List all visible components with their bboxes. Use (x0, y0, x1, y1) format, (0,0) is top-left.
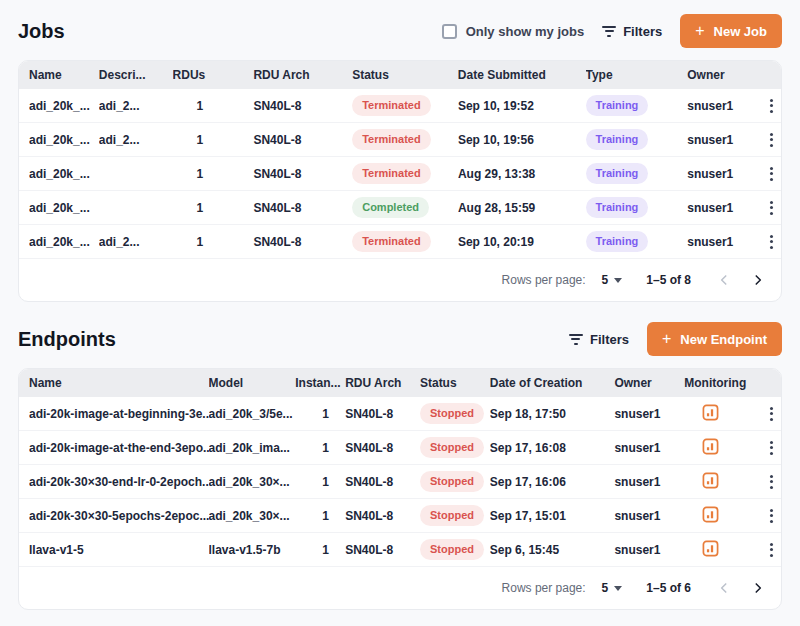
previous-page-button[interactable] (717, 581, 731, 595)
column-header-owner: Owner (687, 68, 761, 82)
job-row[interactable]: adi_20k_... 1 SN40L-8 Completed Aug 28, … (19, 191, 781, 225)
endpoint-status-cell: Stopped (420, 437, 490, 458)
endpoint-model: adi_20k_3/5e... (209, 407, 296, 421)
job-date-submitted: Aug 28, 15:59 (458, 201, 586, 215)
endpoint-row[interactable]: adi-20k-30×30-end-lr-0-2epoch... adi_20k… (19, 465, 781, 499)
job-rdus: 1 (173, 201, 254, 215)
row-menu-icon[interactable] (767, 164, 776, 184)
row-menu-icon[interactable] (767, 198, 776, 218)
column-header-rdus: RDUs (173, 68, 254, 82)
jobs-filters-button[interactable]: Filters (602, 24, 662, 39)
endpoint-name: adi-20k-30×30-5epochs-2epoc... (29, 509, 209, 523)
type-badge: Training (586, 129, 649, 150)
row-menu-icon[interactable] (767, 232, 776, 252)
pagination-range: 1–5 of 6 (646, 581, 691, 595)
job-date-submitted: Aug 29, 13:38 (458, 167, 586, 181)
job-owner: snuser1 (687, 235, 761, 249)
endpoints-controls: Filters + New Endpoint (569, 322, 782, 356)
monitoring-chart-icon[interactable] (702, 506, 719, 523)
endpoints-table-card: Name Model Instan... RDU Arch Status Dat… (18, 368, 782, 610)
job-name: adi_20k_... (29, 133, 99, 147)
endpoint-model: adi_20k_30×... (209, 475, 296, 489)
previous-page-button[interactable] (717, 273, 731, 287)
job-type-cell: Training (586, 231, 688, 252)
job-rdus: 1 (173, 235, 254, 249)
next-page-button[interactable] (751, 581, 765, 595)
endpoint-owner: snuser1 (614, 441, 684, 455)
endpoint-row[interactable]: adi-20k-image-at-beginning-3e... adi_20k… (19, 397, 781, 431)
monitoring-chart-icon[interactable] (702, 540, 719, 557)
status-badge: Terminated (352, 95, 430, 116)
endpoint-menu-cell (761, 472, 781, 492)
rows-per-page-select[interactable]: 5 (602, 581, 623, 595)
job-name: adi_20k_... (29, 235, 99, 249)
jobs-title: Jobs (18, 20, 65, 43)
page: Jobs Only show my jobs Filters + New Job… (0, 0, 800, 610)
status-badge: Stopped (420, 505, 484, 526)
job-status-cell: Terminated (352, 95, 458, 116)
job-rdu-arch: SN40L-8 (253, 133, 352, 147)
endpoint-instances: 1 (295, 509, 345, 523)
status-badge: Stopped (420, 437, 484, 458)
endpoint-row[interactable]: adi-20k-30×30-5epochs-2epoc... adi_20k_3… (19, 499, 781, 533)
status-badge: Completed (352, 197, 429, 218)
new-endpoint-button[interactable]: + New Endpoint (647, 322, 782, 356)
monitoring-chart-icon[interactable] (702, 472, 719, 489)
job-row[interactable]: adi_20k_... 1 SN40L-8 Terminated Aug 29,… (19, 157, 781, 191)
endpoint-name: adi-20k-30×30-end-lr-0-2epoch... (29, 475, 209, 489)
rows-per-page-select[interactable]: 5 (602, 273, 623, 287)
type-badge: Training (586, 163, 649, 184)
column-header-status: Status (420, 376, 490, 390)
row-menu-icon[interactable] (767, 506, 776, 526)
row-menu-icon[interactable] (767, 404, 776, 424)
row-menu-icon[interactable] (767, 472, 776, 492)
job-row[interactable]: adi_20k_... adi_2... 1 SN40L-8 Terminate… (19, 225, 781, 259)
column-header-owner: Owner (614, 376, 684, 390)
endpoint-model: adi_20k_ima... (209, 441, 296, 455)
job-date-submitted: Sep 10, 20:19 (458, 235, 586, 249)
caret-down-icon (614, 586, 622, 591)
job-rdus: 1 (173, 133, 254, 147)
next-page-button[interactable] (751, 273, 765, 287)
monitoring-chart-icon[interactable] (702, 404, 719, 421)
endpoint-owner: snuser1 (614, 407, 684, 421)
plus-icon: + (662, 331, 671, 347)
endpoint-row[interactable]: llava-v1-5 llava-v1.5-7b 1 SN40L-8 Stopp… (19, 533, 781, 567)
endpoint-monitoring-cell (684, 404, 761, 424)
row-menu-icon[interactable] (767, 540, 776, 560)
endpoint-menu-cell (761, 404, 781, 424)
endpoint-instances: 1 (295, 441, 345, 455)
job-description: adi_2... (99, 235, 173, 249)
job-row[interactable]: adi_20k_... adi_2... 1 SN40L-8 Terminate… (19, 89, 781, 123)
endpoint-monitoring-cell (684, 438, 761, 458)
pagination-range: 1–5 of 8 (646, 273, 691, 287)
job-menu-cell (761, 96, 781, 116)
endpoint-rdu-arch: SN40L-8 (345, 441, 420, 455)
only-show-my-jobs-toggle[interactable]: Only show my jobs (442, 24, 584, 39)
endpoint-date-of-creation: Sep 17, 16:08 (490, 441, 615, 455)
endpoints-section: Endpoints Filters + New Endpoint Name Mo… (18, 322, 782, 610)
job-menu-cell (761, 164, 781, 184)
endpoint-rdu-arch: SN40L-8 (345, 543, 420, 557)
jobs-controls: Only show my jobs Filters + New Job (442, 14, 782, 48)
status-badge: Stopped (420, 403, 484, 424)
row-menu-icon[interactable] (767, 438, 776, 458)
monitoring-chart-icon[interactable] (702, 438, 719, 455)
row-menu-icon[interactable] (767, 130, 776, 150)
column-header-monitoring: Monitoring (684, 376, 761, 390)
endpoint-status-cell: Stopped (420, 505, 490, 526)
new-job-button[interactable]: + New Job (680, 14, 782, 48)
jobs-table-card: Name Descri... RDUs RDU Arch Status Date… (18, 60, 782, 302)
job-menu-cell (761, 198, 781, 218)
jobs-section: Jobs Only show my jobs Filters + New Job… (18, 14, 782, 302)
endpoint-row[interactable]: adi-20k-image-at-the-end-3epo... adi_20k… (19, 431, 781, 465)
status-badge: Terminated (352, 129, 430, 150)
endpoints-filters-button[interactable]: Filters (569, 332, 629, 347)
status-badge: Stopped (420, 471, 484, 492)
endpoint-status-cell: Stopped (420, 539, 490, 560)
job-row[interactable]: adi_20k_... adi_2... 1 SN40L-8 Terminate… (19, 123, 781, 157)
checkbox-icon[interactable] (442, 24, 457, 39)
job-description: adi_2... (99, 133, 173, 147)
endpoint-model: adi_20k_30×... (209, 509, 296, 523)
row-menu-icon[interactable] (767, 96, 776, 116)
